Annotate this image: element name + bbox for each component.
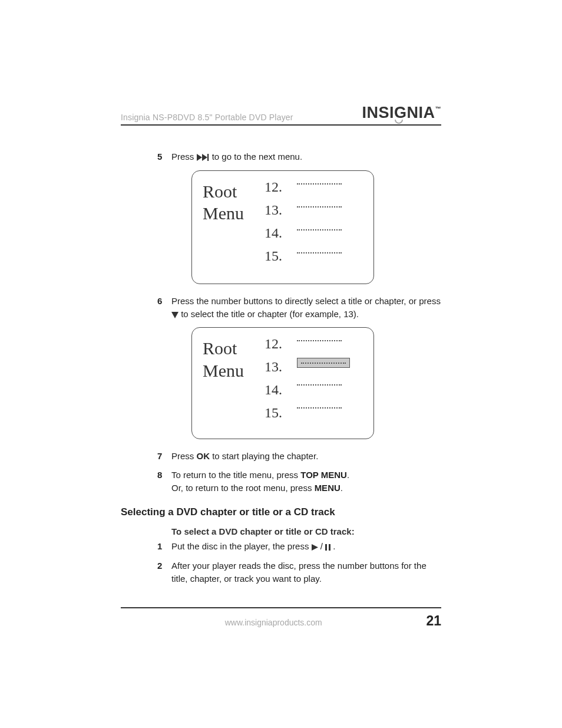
menu-item xyxy=(297,229,342,230)
step-7: 7 Press OK to start playing the chapter. xyxy=(157,450,441,463)
step-text: Press the number buttons to directly sel… xyxy=(171,295,441,322)
menu-title: Root Menu xyxy=(203,336,265,430)
step-text: Press OK to start playing the chapter. xyxy=(171,450,441,463)
menu-item xyxy=(297,340,342,341)
page-content: Insignia NS-P8DVD 8.5" Portable DVD Play… xyxy=(0,0,562,585)
root-menu-diagram-2: Root Menu 12. 13. 14. 15. xyxy=(191,327,374,439)
step-number: 1 xyxy=(157,540,171,554)
svg-rect-2 xyxy=(207,154,209,161)
svg-rect-5 xyxy=(325,544,327,551)
step-number: 7 xyxy=(157,450,171,463)
svg-rect-6 xyxy=(329,544,330,551)
step-number: 5 xyxy=(157,150,171,164)
menu-items xyxy=(297,179,363,275)
menu-title: Root Menu xyxy=(203,179,265,275)
brand-logo: INSIGNIA™ xyxy=(362,105,441,122)
menu-item xyxy=(297,384,342,386)
menu-numbers: 12. 13. 14. 15. xyxy=(265,179,297,275)
pause-icon xyxy=(325,541,330,554)
menu-item xyxy=(297,206,342,207)
header-title: Insignia NS-P8DVD 8.5" Portable DVD Play… xyxy=(121,113,362,122)
step-1: 1 Put the disc in the player, the press … xyxy=(157,540,441,554)
section-heading: Selecting a DVD chapter or title or a CD… xyxy=(121,506,441,518)
menu-items xyxy=(297,336,363,430)
header: Insignia NS-P8DVD 8.5" Portable DVD Play… xyxy=(121,105,441,126)
menu-item xyxy=(297,183,342,185)
section-subheading: To select a DVD chapter or title or CD t… xyxy=(171,526,441,536)
step-number: 8 xyxy=(157,469,171,495)
page-number: 21 xyxy=(426,613,441,629)
step-number: 6 xyxy=(157,295,171,322)
step-text: Put the disc in the player, the press / … xyxy=(171,540,441,554)
svg-marker-4 xyxy=(312,544,318,551)
step-number: 2 xyxy=(157,559,171,585)
down-arrow-icon xyxy=(171,309,178,322)
next-icon xyxy=(197,151,210,164)
step-text: Press to go to the next menu. xyxy=(171,150,441,164)
menu-item xyxy=(297,252,342,253)
footer: www.insigniaproducts.com 21 xyxy=(121,607,441,629)
svg-marker-0 xyxy=(197,154,202,161)
step-text: After your player reads the disc, press … xyxy=(171,559,441,585)
step-5: 5 Press to go to the next menu. xyxy=(157,150,441,164)
svg-marker-3 xyxy=(171,312,178,318)
svg-marker-1 xyxy=(202,154,207,161)
step-2: 2 After your player reads the disc, pres… xyxy=(157,559,441,585)
step-text: To return to the title menu, press TOP M… xyxy=(171,469,441,495)
play-icon xyxy=(312,541,318,554)
footer-url: www.insigniaproducts.com xyxy=(121,618,426,627)
menu-item xyxy=(297,407,342,409)
step-8: 8 To return to the title menu, press TOP… xyxy=(157,469,441,495)
root-menu-diagram-1: Root Menu 12. 13. 14. 15. xyxy=(191,170,374,284)
menu-numbers: 12. 13. 14. 15. xyxy=(265,336,297,430)
step-6: 6 Press the number buttons to directly s… xyxy=(157,295,441,322)
menu-item-selected xyxy=(297,358,350,368)
